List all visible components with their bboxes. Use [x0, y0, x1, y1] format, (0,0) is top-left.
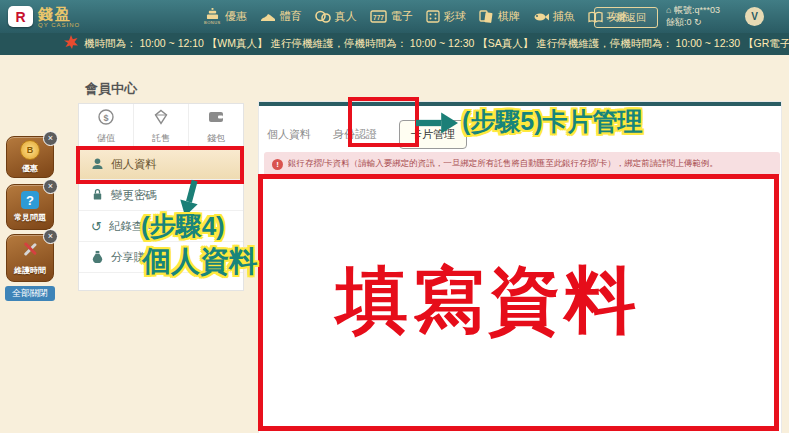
nav-label: 真人	[335, 9, 357, 24]
nav-label: 體育	[280, 9, 302, 24]
tab-profile[interactable]: 個人資料	[267, 127, 311, 142]
sports-icon	[260, 10, 276, 23]
account-label: 帳號:q***03	[674, 5, 720, 15]
top-header: R 錢盈 QY CASINO BONUS 優惠 體育	[0, 0, 789, 33]
nav-item-boardgames[interactable]: 棋牌	[479, 9, 520, 24]
nav-item-live[interactable]: 真人	[315, 9, 357, 24]
nav-label: 彩球	[444, 9, 466, 24]
brand-logo[interactable]: R 錢盈 QY CASINO	[8, 6, 80, 28]
brand-name-cn: 錢盈	[38, 6, 80, 21]
float-widget-maintenance[interactable]: 維護時間 ×	[6, 234, 54, 282]
history-icon: ↺	[91, 220, 102, 233]
announcement-ticker: 機時間為： 10:00 ~ 12:10 【WM真人】 進行停機維護，停機時間為：…	[0, 33, 789, 55]
board-games-icon	[479, 10, 494, 23]
close-icon[interactable]: ×	[43, 229, 58, 244]
svg-text:$: $	[103, 112, 108, 122]
sell-icon	[152, 108, 170, 130]
nav-item-promo[interactable]: BONUS 優惠	[204, 8, 247, 25]
bonus-icon: BONUS	[204, 8, 221, 25]
float-widget-promo[interactable]: B 優惠 ×	[6, 136, 54, 178]
main-nav: BONUS 優惠 體育 真人 777 電子	[204, 0, 629, 33]
balance-label: 餘額:0	[666, 17, 692, 27]
card-management-panel: 個人資料 身份認證 卡片管理 ! 銀行存摺/卡資料（請輸入要綁定的資訊，一旦綁定…	[259, 102, 781, 433]
nav-label: 捕魚	[553, 9, 575, 24]
tab-card-management[interactable]: 卡片管理	[399, 120, 467, 149]
notice-text: 銀行存摺/卡資料（請輸入要綁定的資訊，一旦綁定所有託售將自動匯至此銀行存摺/卡）…	[288, 158, 718, 170]
nav-label: 電子	[391, 9, 413, 24]
fishing-icon	[533, 11, 549, 23]
page-title: 會員中心	[85, 80, 137, 98]
sidebar-item-profile[interactable]: 個人資料	[79, 149, 243, 180]
nav-item-slots[interactable]: 777 電子	[370, 9, 413, 24]
tab-identity[interactable]: 身份認證	[333, 127, 377, 142]
tab-bar: 個人資料 身份認證 卡片管理	[267, 120, 467, 149]
slots-icon: 777	[370, 10, 387, 23]
svg-text:777: 777	[373, 14, 384, 21]
close-all-button[interactable]: 全部關閉	[5, 286, 55, 301]
account-info: ⌂ 帳號:q***03 餘額:0 ↻	[666, 4, 720, 28]
quick-return-button[interactable]: 一鍵返回	[594, 7, 658, 28]
brand-name-en: QY CASINO	[38, 22, 80, 28]
ticker-text: 機時間為： 10:00 ~ 12:10 【WM真人】 進行停機維護，停機時間為：…	[84, 37, 789, 51]
quick-action-deposit[interactable]: $ 儲值	[79, 104, 134, 148]
close-icon[interactable]: ×	[43, 131, 58, 146]
float-widget-faq[interactable]: ? 常見問題 ×	[6, 184, 54, 230]
deposit-icon: $	[97, 108, 115, 130]
person-icon: ⌂	[666, 5, 674, 15]
nav-label: 優惠	[225, 9, 247, 24]
refresh-icon[interactable]: ↻	[694, 17, 702, 27]
page: R 錢盈 QY CASINO BONUS 優惠 體育	[0, 0, 789, 433]
sidebar-item-password[interactable]: 變更密碼	[79, 180, 243, 211]
bank-notice-banner: ! 銀行存摺/卡資料（請輸入要綁定的資訊，一旦綁定所有託售將自動匯至此銀行存摺/…	[264, 152, 780, 176]
quick-action-sell[interactable]: 託售	[134, 104, 189, 148]
person-icon	[91, 157, 104, 172]
alert-icon: !	[272, 159, 283, 170]
maintenance-icon	[21, 240, 39, 262]
nav-label: 棋牌	[498, 9, 520, 24]
quick-action-wallet[interactable]: 錢包	[189, 104, 243, 148]
question-icon: ?	[21, 191, 39, 209]
sidebar-item-referral[interactable]: 分享賺錢	[79, 242, 243, 273]
quick-actions: $ 儲值 託售 錢包	[79, 104, 243, 149]
live-casino-icon	[315, 10, 331, 23]
announcement-burst-icon	[64, 35, 78, 53]
nav-item-lottery[interactable]: 彩球	[426, 9, 466, 24]
member-sidebar: $ 儲值 託售 錢包 個人資料	[78, 103, 244, 291]
wallet-icon	[207, 108, 225, 130]
bonus-medal-icon: B	[20, 140, 40, 160]
lottery-icon	[426, 10, 440, 23]
nav-item-sports[interactable]: 體育	[260, 9, 302, 24]
money-bag-icon	[91, 250, 104, 265]
logo-badge-icon: R	[8, 6, 33, 27]
avatar[interactable]: V	[745, 7, 764, 26]
close-icon[interactable]: ×	[43, 179, 58, 194]
sidebar-item-records[interactable]: ↺ 紀錄查詢	[79, 211, 243, 242]
nav-item-fishing[interactable]: 捕魚	[533, 9, 575, 24]
lock-icon	[91, 188, 104, 203]
